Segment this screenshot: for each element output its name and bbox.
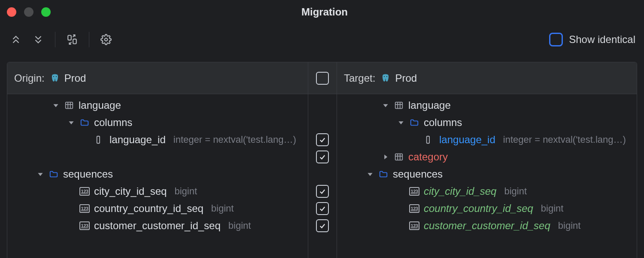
svg-rect-16 [395,102,403,109]
svg-point-4 [56,76,57,77]
node-detail: bigint [558,220,581,231]
chevron-down-icon[interactable] [36,171,44,177]
table-icon [64,100,74,111]
sync-row [308,97,337,114]
sync-row [308,114,337,131]
sequence-icon: 123 [79,221,90,231]
window-close-button[interactable] [7,7,16,17]
node-label: language [408,99,451,111]
toolbar-divider [89,32,89,47]
node-label: language [79,99,121,111]
svg-point-13 [384,76,385,77]
toolbar: Show identical [0,24,644,55]
origin-label: Origin: [14,72,45,84]
sync-row[interactable] [308,183,337,200]
tree-node-sequence[interactable]: 123 city_city_id_seq bigint [7,183,308,200]
target-label: Target: [344,72,375,84]
swap-sides-button[interactable] [65,32,79,47]
node-label: sequences [393,168,443,180]
svg-rect-11 [97,136,100,144]
sync-checkbox[interactable] [316,150,329,163]
sync-row[interactable] [308,200,337,217]
chevron-down-icon[interactable] [382,102,389,108]
sync-checkbox[interactable] [316,219,329,232]
tree-node-table[interactable]: language [337,97,637,114]
node-label: country_country_id_seq [94,203,204,215]
window-title: Migration [51,6,598,18]
diff-panels: Origin: Prod language co [7,62,637,258]
node-label: language_id [109,134,166,146]
show-identical-toggle[interactable]: Show identical [549,33,635,46]
collapse-all-button[interactable] [31,32,46,47]
node-label: columns [94,117,132,129]
sync-row[interactable] [308,217,337,234]
node-label: columns [424,117,462,129]
title-bar: Migration [0,0,644,24]
tree-node-sequence[interactable]: 123 country_country_id_seq bigint [337,200,637,217]
window-zoom-button[interactable] [41,7,51,17]
node-detail: bigint [174,186,197,197]
tree-node-sequence[interactable]: 123 customer_customer_id_seq bigint [7,217,308,234]
column-key-icon [425,135,435,145]
tree-node-table[interactable]: category [337,148,637,166]
sync-checkbox[interactable] [316,202,329,215]
postgres-icon [50,73,60,83]
folder-icon [409,117,419,128]
chevron-down-icon[interactable] [397,120,405,126]
svg-point-14 [386,76,387,77]
tree-node-sequence[interactable]: 123 customer_customer_id_seq bigint [337,217,637,234]
select-all-checkbox[interactable] [316,72,329,85]
svg-marker-22 [384,154,387,159]
svg-marker-15 [383,104,388,107]
settings-button[interactable] [99,32,113,47]
target-header: Target: Prod [337,62,637,94]
tree-node-folder[interactable]: columns [7,114,308,131]
svg-rect-23 [395,154,403,160]
window-minimize-button[interactable] [24,7,33,17]
node-detail: integer = nextval('test.lang…) [503,134,626,145]
svg-rect-21 [427,136,429,144]
chevron-down-icon[interactable] [67,120,75,126]
sync-row[interactable] [308,131,337,148]
tree-node-folder[interactable]: columns [337,114,637,131]
chevron-right-icon[interactable] [382,154,389,160]
show-identical-label: Show identical [569,34,635,46]
sync-column [308,62,337,258]
tree-node-sequence[interactable]: 123 city_city_id_seq bigint [337,183,637,200]
node-label: city_city_id_seq [94,185,167,197]
svg-marker-10 [69,121,73,124]
node-label: customer_customer_id_seq [94,220,221,232]
tree-node-column[interactable]: language_id integer = nextval('test.lang… [337,131,637,148]
sync-row[interactable] [308,148,337,166]
tree-spacer-row [7,148,308,166]
svg-marker-12 [38,173,43,176]
table-icon [394,152,404,162]
target-tree[interactable]: language columns language_id integer = n… [337,94,637,237]
node-detail: bigint [211,203,234,214]
sequence-icon: 123 [79,203,90,214]
tree-node-table[interactable]: language [7,97,308,114]
chevron-down-icon[interactable] [52,102,60,108]
chevron-down-icon[interactable] [366,171,374,177]
origin-db: Prod [50,72,86,84]
sync-checkbox[interactable] [316,185,329,198]
tree-node-sequence[interactable]: 123 country_country_id_seq bigint [7,200,308,217]
origin-db-name: Prod [64,72,86,84]
node-label: city_city_id_seq [424,185,496,197]
expand-all-button[interactable] [9,32,23,47]
sequence-icon: 123 [409,221,419,231]
target-panel: Target: Prod language co [337,62,637,258]
sync-checkbox[interactable] [316,133,329,146]
origin-panel: Origin: Prod language co [7,62,308,258]
node-label: customer_customer_id_seq [424,220,550,232]
svg-marker-5 [53,104,58,107]
sequence-icon: 123 [79,186,90,197]
folder-icon [49,169,59,179]
traffic-lights [7,7,51,17]
tree-node-folder[interactable]: sequences [337,166,637,183]
origin-tree[interactable]: language columns language_id integer = n… [7,94,308,237]
show-identical-checkbox[interactable] [549,33,563,46]
svg-rect-1 [73,39,76,44]
tree-node-folder[interactable]: sequences [7,166,308,183]
tree-node-column[interactable]: language_id integer = nextval('test.lang… [7,131,308,148]
